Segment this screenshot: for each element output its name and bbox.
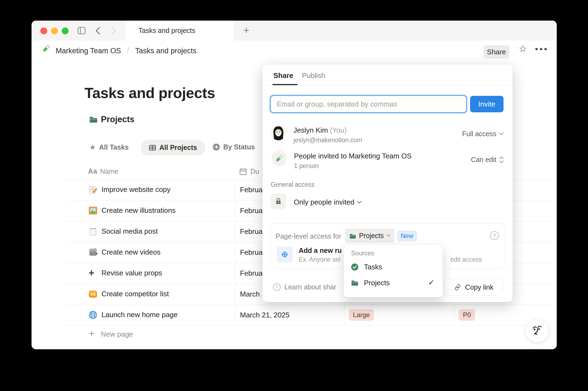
globe-icon <box>89 311 97 319</box>
more-options-icon[interactable]: ••• <box>535 44 549 54</box>
help-icon[interactable]: ? <box>490 231 499 240</box>
screenshot-canvas: { "window": { "tab_title": "Tasks and pr… <box>0 0 588 391</box>
breadcrumb-page[interactable]: Tasks and projects <box>135 47 197 55</box>
learn-about-sharing-link[interactable]: ? Learn about shar <box>273 283 336 291</box>
table-row[interactable]: Launch new home page March 21, 2025 Larg… <box>32 305 557 325</box>
view-tab-by-status[interactable]: By Status <box>213 143 255 151</box>
projector-icon <box>89 248 98 257</box>
row-name[interactable]: Launch new home page <box>101 311 178 319</box>
page-title: Tasks and projects <box>84 84 215 101</box>
access-dropdown-full-access[interactable]: Full access <box>462 130 504 138</box>
view-tab-all-projects[interactable]: All Projects <box>141 140 205 155</box>
person-email: jeslyn@makenotion.com <box>293 136 362 144</box>
copy-link-button[interactable]: Copy link <box>444 279 503 296</box>
vs-icon: VS <box>89 290 97 298</box>
breadcrumb-separator: / <box>127 46 129 55</box>
source-selector[interactable]: Projects <box>345 228 394 243</box>
back-chevron-icon[interactable] <box>95 27 100 35</box>
row-name[interactable]: Create new illustrations <box>101 206 176 215</box>
row-due-date[interactable]: March <box>240 290 260 298</box>
table-icon <box>149 144 156 151</box>
row-due-date[interactable]: March 21, 2025 <box>240 311 290 319</box>
add-rule-hint: Ex. Anyone sel <box>299 256 340 263</box>
link-icon <box>454 284 461 291</box>
breadcrumb-workspace[interactable]: Marketing Team OS <box>56 47 121 55</box>
check-circle-icon <box>351 263 359 271</box>
row-name[interactable]: Create competitor list <box>101 290 169 298</box>
chevron-up-down-icon <box>499 156 504 163</box>
access-dropdown-can-edit[interactable]: Can edit <box>471 156 504 164</box>
chevron-down-icon <box>499 132 504 135</box>
star-icon: ★ <box>89 143 96 152</box>
sources-menu-title: Sources <box>351 250 374 257</box>
row-name[interactable]: Improve website copy <box>101 185 170 194</box>
general-access-dropdown[interactable]: Only people invited <box>294 198 362 206</box>
you-suffix: (You) <box>330 126 347 134</box>
active-tab[interactable]: Tasks and projects <box>126 21 234 41</box>
priority-badge[interactable]: P0 <box>459 309 475 321</box>
add-rule-title[interactable]: Add a new ru <box>299 247 342 255</box>
lock-tile <box>271 194 286 209</box>
new-page-row[interactable]: + New page <box>32 325 557 343</box>
arrow-circle-icon <box>213 143 220 151</box>
notion-assistant-button[interactable] <box>525 319 549 342</box>
row-due-date[interactable]: Februa <box>240 186 262 194</box>
tab-publish[interactable]: Publish <box>302 71 325 80</box>
sources-menu: Sources Tasks Projects ✓ <box>344 245 443 297</box>
invite-button[interactable]: Invite <box>470 96 504 112</box>
row-due-date[interactable]: Februa <box>240 206 262 215</box>
row-due-date[interactable]: Februa <box>240 269 262 278</box>
chevron-down-icon <box>357 201 362 204</box>
row-name[interactable]: Social media post <box>101 227 158 236</box>
folder-icon <box>351 279 359 286</box>
notepad-icon <box>89 227 97 236</box>
person-name: Jeslyn Kim (You) <box>293 126 347 135</box>
picture-icon <box>89 206 97 215</box>
memo-icon <box>89 185 97 194</box>
add-rule-tile <box>277 247 293 262</box>
folder-icon <box>349 233 356 239</box>
folder-icon <box>89 115 98 123</box>
dialog-divider <box>262 85 513 85</box>
add-rule-hint-tail: edit access <box>450 256 482 263</box>
check-icon: ✓ <box>428 278 434 287</box>
test-tube-icon <box>42 44 51 53</box>
invite-email-input[interactable] <box>271 96 466 112</box>
svg-text:VS: VS <box>91 292 96 297</box>
tab-share[interactable]: Share <box>273 71 293 80</box>
zoom-window-button[interactable] <box>62 27 69 34</box>
favorite-star-icon[interactable]: ☆ <box>519 43 527 54</box>
app-window: Tasks and projects + Marketing Team OS /… <box>32 21 557 349</box>
page-level-access-label: Page-level access for <box>276 232 341 240</box>
forward-chevron-icon[interactable] <box>111 27 116 35</box>
share-button[interactable]: Share <box>484 45 509 58</box>
face-doodle-icon <box>531 324 544 337</box>
menu-item-tasks[interactable]: Tasks <box>344 259 443 275</box>
new-tab-button[interactable]: + <box>239 24 253 37</box>
share-dialog: Share Publish Invite Jeslyn Kim (You) je… <box>262 65 513 302</box>
row-due-date[interactable]: Februa <box>240 248 262 257</box>
group-detail: 1 person <box>294 162 319 170</box>
database-header: Projects <box>89 115 98 124</box>
group-name: People invited to Marketing Team OS <box>294 152 412 160</box>
size-badge[interactable]: Large <box>349 309 374 321</box>
row-name[interactable]: Create new videos <box>101 248 160 256</box>
top-toolbar: Marketing Team OS / Tasks and projects S… <box>32 41 557 62</box>
lock-icon <box>275 197 282 205</box>
sidebar-toggle-icon[interactable] <box>78 27 86 34</box>
plus-icon: + <box>89 269 94 277</box>
minimize-window-button[interactable] <box>51 27 58 34</box>
group-avatar-test-tube-icon <box>272 151 287 166</box>
new-page-label: New page <box>101 330 133 339</box>
help-icon: ? <box>273 283 281 291</box>
menu-item-projects[interactable]: Projects ✓ <box>344 275 443 291</box>
plus-icon: + <box>89 328 94 339</box>
view-tab-all-tasks[interactable]: ★ All Tasks <box>89 143 129 152</box>
row-due-date[interactable]: Februa <box>240 227 262 236</box>
chevron-down-icon <box>386 234 391 237</box>
general-access-label: General access <box>271 181 315 188</box>
close-window-button[interactable] <box>40 27 47 34</box>
database-title[interactable]: Projects <box>101 114 134 124</box>
row-name[interactable]: Revise value props <box>101 269 162 277</box>
tab-title: Tasks and projects <box>138 27 195 35</box>
